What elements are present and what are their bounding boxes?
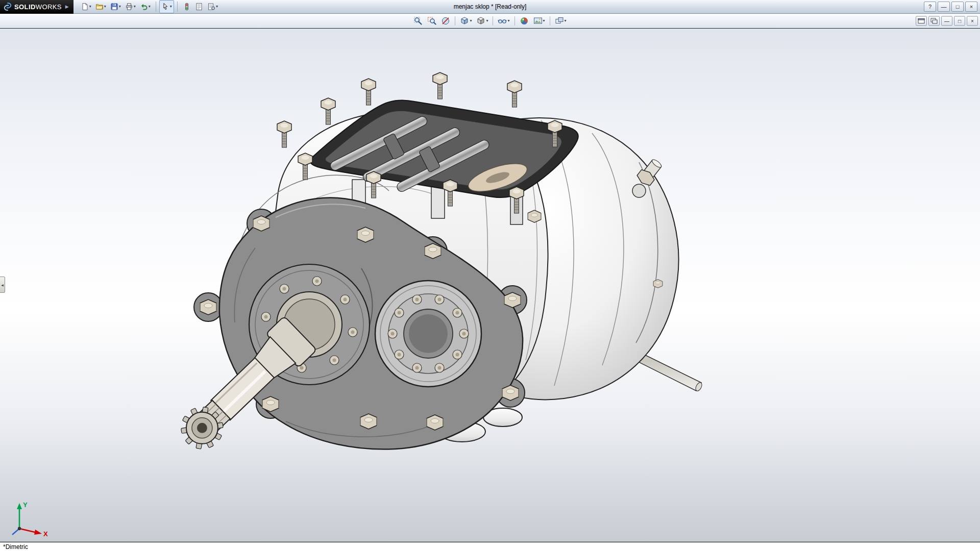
triad-y-label: Y — [23, 501, 28, 509]
dropdown-caret[interactable]: ▾ — [134, 5, 136, 9]
new-window-button[interactable] — [928, 16, 940, 26]
document-window-controls: — □ × — [916, 16, 978, 26]
triad-x-label: X — [43, 530, 48, 538]
view-orientation-label: *Dimetric — [3, 543, 28, 550]
view-orientation-button[interactable]: ▾ — [458, 14, 474, 28]
doc-close-button[interactable]: × — [967, 16, 978, 26]
doc-minimize-button[interactable]: — — [941, 16, 952, 26]
toolbar-separator — [550, 16, 550, 26]
brand-solid: SOLID — [14, 3, 36, 11]
toolbar-separator — [514, 16, 515, 26]
display-style-button[interactable]: ▾ — [474, 14, 490, 28]
reference-triad[interactable]: Y X — [7, 499, 51, 539]
toolbar-separator — [156, 2, 156, 12]
undo-icon — [140, 3, 148, 11]
appearance-ball-icon — [520, 16, 529, 26]
doc-restore-button[interactable]: □ — [954, 16, 965, 26]
file-properties-icon — [195, 3, 203, 11]
save-button[interactable]: ▾ — [108, 0, 123, 13]
dropdown-caret[interactable]: ▾ — [216, 5, 218, 9]
apply-scene-icon — [533, 16, 543, 26]
view-settings-icon — [555, 16, 564, 26]
pane-tab-arrow-icon: ◀ — [1, 283, 4, 287]
view-orientation-cube-icon — [460, 16, 469, 26]
hide-show-items-button[interactable]: ▾ — [496, 14, 511, 28]
heads-up-row: ▾ ▾ ▾ — [0, 14, 980, 29]
options-gear-icon — [207, 3, 215, 11]
zoom-to-fit-icon — [413, 16, 423, 26]
rebuild-traffic-light-icon — [183, 3, 191, 11]
print-button[interactable]: ▾ — [123, 0, 138, 13]
dropdown-caret[interactable]: ▾ — [507, 19, 509, 23]
document-title: menjac sklop * [Read-only] — [454, 3, 527, 10]
dropdown-caret[interactable]: ▾ — [170, 5, 172, 9]
restore-pane-icon — [918, 18, 925, 24]
solidworks-logo[interactable]: SOLIDWORKS ▶ — [0, 0, 74, 14]
minimize-button[interactable]: — — [938, 2, 950, 12]
open-button[interactable]: ▾ — [93, 0, 108, 13]
help-button[interactable]: ? — [924, 2, 936, 12]
display-style-icon — [476, 16, 485, 26]
dropdown-caret[interactable]: ▾ — [89, 5, 91, 9]
new-document-button[interactable]: ▾ — [79, 0, 93, 13]
select-button[interactable]: ▾ — [159, 0, 174, 13]
apply-scene-button[interactable]: ▾ — [531, 14, 547, 28]
graphics-viewport[interactable]: Y X ◀ — [0, 29, 980, 542]
window-controls: ? — □ × — [924, 2, 980, 12]
brand-text: SOLIDWORKS — [14, 3, 62, 11]
logo-expand-arrow-icon[interactable]: ▶ — [65, 4, 69, 9]
new-document-icon — [81, 3, 89, 11]
print-icon — [125, 3, 133, 11]
zoom-to-fit-button[interactable] — [411, 14, 425, 28]
view-settings-button[interactable]: ▾ — [553, 14, 569, 28]
toolbar-separator — [455, 16, 455, 26]
dropdown-caret[interactable]: ▾ — [486, 19, 488, 23]
rebuild-button[interactable] — [181, 0, 193, 13]
gearbox-model[interactable] — [0, 29, 980, 542]
main-toolbar: ▾ ▾ ▾ ▾ ▾ — [79, 0, 220, 13]
toolbar-separator — [177, 2, 178, 12]
section-view-button[interactable] — [439, 14, 452, 28]
save-icon — [110, 3, 118, 11]
new-window-icon — [930, 18, 938, 24]
zoom-to-area-button[interactable] — [425, 14, 438, 28]
feature-manager-collapse-tab[interactable]: ◀ — [0, 277, 5, 293]
maximize-button[interactable]: □ — [951, 2, 964, 12]
dropdown-caret[interactable]: ▾ — [119, 5, 121, 9]
file-properties-button[interactable] — [193, 0, 205, 13]
dropdown-caret[interactable]: ▾ — [470, 19, 472, 23]
options-button[interactable]: ▾ — [205, 0, 220, 13]
brand-works: WORKS — [36, 3, 62, 11]
title-bar: SOLIDWORKS ▶ ▾ ▾ ▾ — [0, 0, 980, 14]
section-view-icon — [441, 16, 450, 26]
status-bar: *Dimetric — [0, 542, 980, 551]
dropdown-caret[interactable]: ▾ — [543, 19, 545, 23]
ds-logo-icon — [3, 2, 12, 11]
dropdown-caret[interactable]: ▾ — [149, 5, 151, 9]
close-button[interactable]: × — [965, 2, 977, 12]
hide-show-glasses-icon — [498, 16, 507, 26]
select-cursor-icon — [161, 3, 169, 11]
edit-appearance-button[interactable] — [518, 14, 531, 28]
toolbar-separator — [493, 16, 493, 26]
bearing-cover — [375, 281, 481, 387]
undo-button[interactable]: ▾ — [138, 0, 153, 13]
open-folder-icon — [95, 3, 104, 11]
dropdown-caret[interactable]: ▾ — [565, 19, 567, 23]
heads-up-view-toolbar: ▾ ▾ ▾ — [411, 14, 568, 28]
restore-pane-button[interactable] — [916, 16, 927, 26]
zoom-to-area-icon — [427, 16, 436, 26]
dropdown-caret[interactable]: ▾ — [104, 5, 106, 9]
